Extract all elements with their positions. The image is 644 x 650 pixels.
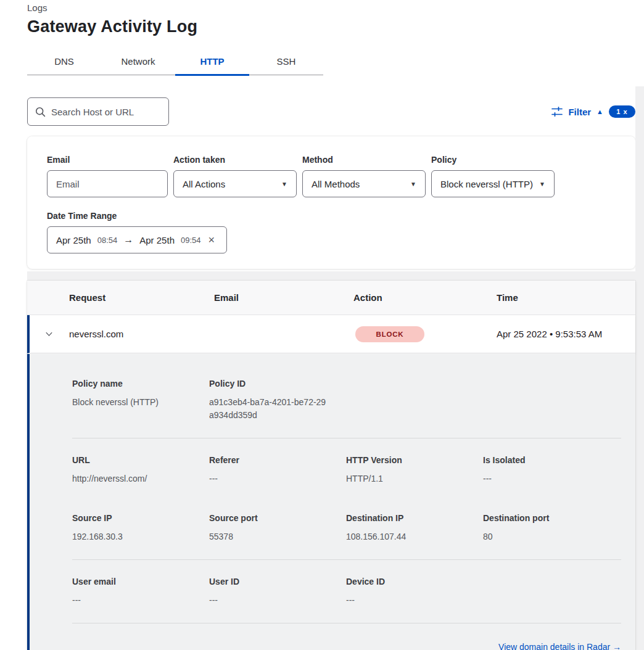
referer-item: Referer --- bbox=[209, 455, 346, 485]
email-filter-label: Email bbox=[47, 155, 168, 165]
is-isolated-item: Is Isolated --- bbox=[483, 455, 621, 485]
action-cell: BLOCK bbox=[353, 326, 497, 342]
url-item: URL http://neverssl.com/ bbox=[72, 455, 209, 485]
range-arrow-icon: → bbox=[123, 234, 133, 245]
user-id-item: User ID --- bbox=[209, 577, 346, 607]
column-time: Time bbox=[497, 292, 635, 303]
divider bbox=[72, 559, 621, 560]
policy-select[interactable]: Block neverssl (HTTP) ▼ bbox=[431, 170, 555, 197]
row-details-panel: Policy name Block neverssl (HTTP) Policy… bbox=[27, 354, 635, 650]
end-time: 09:54 bbox=[181, 236, 201, 245]
status-badge: BLOCK bbox=[355, 326, 424, 342]
device-id-item: Device ID --- bbox=[346, 577, 483, 607]
source-port-item: Source port 55378 bbox=[209, 513, 346, 543]
policy-id-link[interactable]: a91c3eb4-ba7a-4201-be72-29a934dd359d bbox=[209, 396, 328, 422]
search-box[interactable] bbox=[27, 97, 169, 126]
column-email: Email bbox=[214, 292, 353, 303]
tab-network[interactable]: Network bbox=[101, 50, 175, 76]
column-request: Request bbox=[69, 292, 214, 303]
table-row[interactable]: neverssl.com BLOCK Apr 25 2022 • 9:53:53… bbox=[27, 315, 635, 353]
filter-controls: Filter ▲ 1 x bbox=[551, 97, 635, 126]
time-cell: Apr 25 2022 • 9:53:53 AM bbox=[497, 329, 635, 339]
column-action: Action bbox=[353, 292, 497, 303]
search-icon bbox=[35, 107, 46, 117]
source-ip-item: Source IP 192.168.30.3 bbox=[72, 513, 209, 543]
method-label: Method bbox=[302, 155, 426, 165]
date-range-label: Date Time Range bbox=[47, 211, 635, 221]
chevron-down-icon: ▼ bbox=[410, 181, 416, 187]
filter-sliders-icon bbox=[551, 106, 563, 117]
user-email-item: User email --- bbox=[72, 577, 209, 607]
start-date: Apr 25th bbox=[56, 235, 91, 245]
end-date: Apr 25th bbox=[139, 235, 175, 245]
divider bbox=[72, 438, 621, 438]
http-version-item: HTTP Version HTTP/1.1 bbox=[346, 455, 483, 485]
filter-panel: Email Action taken All Actions ▼ Method … bbox=[27, 136, 635, 269]
policy-label: Policy bbox=[431, 155, 555, 165]
search-input[interactable] bbox=[51, 107, 161, 117]
filter-count-badge[interactable]: 1 x bbox=[609, 105, 635, 118]
request-cell: neverssl.com bbox=[69, 329, 214, 339]
log-table: Request Email Action Time neverssl.com B… bbox=[27, 281, 635, 650]
table-header: Request Email Action Time bbox=[27, 281, 635, 315]
gateway-activity-log-page: Logs Gateway Activity Log DNS Network HT… bbox=[0, 0, 644, 650]
action-taken-select[interactable]: All Actions ▼ bbox=[173, 170, 297, 197]
policy-value: Block neverssl (HTTP) bbox=[440, 179, 533, 189]
divider bbox=[72, 623, 621, 623]
breadcrumb: Logs bbox=[27, 2, 644, 13]
collapse-caret-icon[interactable]: ▲ bbox=[597, 109, 603, 115]
tab-http[interactable]: HTTP bbox=[175, 50, 249, 76]
policy-name-item: Policy name Block neverssl (HTTP) bbox=[72, 379, 209, 422]
filter-toggle[interactable]: Filter bbox=[568, 107, 591, 117]
policy-field: Policy Block neverssl (HTTP) ▼ bbox=[431, 155, 555, 197]
tab-ssh[interactable]: SSH bbox=[249, 50, 323, 76]
log-type-tabs: DNS Network HTTP SSH bbox=[27, 50, 323, 75]
method-field: Method All Methods ▼ bbox=[302, 155, 426, 197]
policy-id-item: Policy ID a91c3eb4-ba7a-4201-be72-29a934… bbox=[209, 379, 346, 422]
page-title: Gateway Activity Log bbox=[27, 17, 644, 36]
action-taken-value: All Actions bbox=[183, 179, 225, 189]
toolbar: Filter ▲ 1 x bbox=[27, 97, 635, 126]
date-range-picker[interactable]: Apr 25th 08:54 → Apr 25th 09:54 × bbox=[47, 226, 227, 253]
chevron-down-icon: ▼ bbox=[539, 181, 545, 187]
action-taken-field: Action taken All Actions ▼ bbox=[173, 155, 297, 197]
date-range-field: Date Time Range Apr 25th 08:54 → Apr 25t… bbox=[47, 211, 635, 253]
destination-port-item: Destination port 80 bbox=[483, 513, 621, 543]
email-filter-field: Email bbox=[47, 155, 168, 197]
chevron-down-icon: ▼ bbox=[281, 181, 287, 187]
destination-ip-item: Destination IP 108.156.107.44 bbox=[346, 513, 483, 543]
chevron-down-icon[interactable] bbox=[44, 329, 69, 339]
start-time: 08:54 bbox=[97, 236, 118, 245]
clear-date-range-icon[interactable]: × bbox=[208, 234, 215, 247]
method-value: All Methods bbox=[312, 179, 360, 189]
email-filter-input[interactable] bbox=[56, 179, 159, 189]
radar-details-link[interactable]: View domain details in Radar → bbox=[498, 642, 621, 650]
page-gutter bbox=[635, 86, 644, 650]
card-gap bbox=[27, 271, 644, 281]
page-header: Logs Gateway Activity Log bbox=[0, 0, 644, 36]
method-select[interactable]: All Methods ▼ bbox=[302, 170, 426, 197]
tab-dns[interactable]: DNS bbox=[27, 50, 101, 76]
action-taken-label: Action taken bbox=[173, 155, 297, 165]
